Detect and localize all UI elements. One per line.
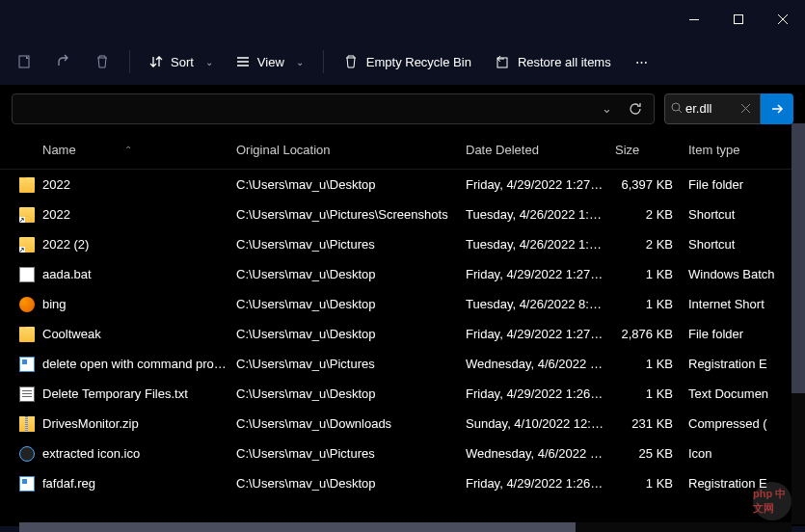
cell-name: aada.bat (19, 267, 236, 282)
share-icon (56, 54, 71, 69)
svg-rect-1 (735, 15, 743, 24)
cell-original: C:\Users\mav_u\Desktop (236, 327, 466, 341)
cell-date: Wednesday, 4/6/2022 4:19... (466, 357, 615, 371)
cell-type: Compressed ( (688, 416, 805, 431)
cell-size: 1 KB (615, 386, 688, 401)
scrollbar-thumb[interactable] (792, 123, 805, 393)
file-name: DrivesMonitor.zip (42, 416, 139, 431)
cell-size: 231 KB (615, 416, 688, 431)
delete-button[interactable] (85, 44, 120, 79)
table-row[interactable]: extracted icon.icoC:\Users\mav_u\Picture… (0, 439, 805, 468)
clear-search-button[interactable] (738, 101, 754, 116)
cell-name: 2022 (2) (19, 237, 236, 253)
search-icon (671, 102, 682, 115)
file-name: 2022 (42, 177, 70, 192)
cell-name: Cooltweak (19, 327, 236, 342)
column-header-type[interactable]: Item type (688, 143, 805, 157)
file-list[interactable]: 2022C:\Users\mav_u\DesktopFriday, 4/29/2… (0, 170, 805, 526)
cell-original: C:\Users\mav_u\Pictures (236, 446, 466, 461)
new-icon (17, 54, 33, 69)
column-header-deleted[interactable]: Date Deleted (466, 143, 615, 157)
close-button[interactable] (761, 0, 805, 39)
cell-date: Tuesday, 4/26/2022 1:29 PM (466, 237, 615, 252)
window-titlebar (0, 0, 805, 39)
cell-type: File folder (688, 177, 805, 192)
cell-original: C:\Users\mav_u\Desktop (236, 297, 466, 311)
table-row[interactable]: DrivesMonitor.zipC:\Users\mav_u\Download… (0, 409, 805, 439)
cell-name: DrivesMonitor.zip (19, 416, 236, 432)
cell-original: C:\Users\mav_u\Downloads (236, 416, 466, 431)
horizontal-scrollbar[interactable] (19, 522, 792, 532)
view-icon (236, 55, 250, 68)
file-icon (19, 267, 35, 282)
cell-original: C:\Users\mav_u\Desktop (236, 386, 466, 401)
cell-name: delete open with command promp... (19, 357, 236, 372)
minimize-button[interactable] (672, 0, 716, 39)
share-button[interactable] (46, 44, 81, 79)
sort-icon (149, 55, 163, 68)
cell-date: Wednesday, 4/6/2022 3:58... (466, 446, 615, 461)
toolbar-divider (129, 50, 130, 73)
search-submit-button[interactable] (761, 93, 793, 124)
table-row[interactable]: fafdaf.regC:\Users\mav_u\DesktopFriday, … (0, 468, 805, 498)
cell-size: 1 KB (615, 357, 688, 371)
file-icon (19, 237, 35, 253)
file-name: extracted icon.ico (42, 446, 140, 461)
table-row[interactable]: Delete Temporary Files.txtC:\Users\mav_u… (0, 379, 805, 409)
file-icon (19, 416, 35, 432)
more-button[interactable]: ⋯ (625, 44, 659, 79)
table-row[interactable]: 2022C:\Users\mav_u\DesktopFriday, 4/29/2… (0, 170, 805, 200)
table-row[interactable]: delete open with command promp...C:\User… (0, 349, 805, 379)
cell-type: Registration E (688, 357, 805, 371)
ellipsis-icon: ⋯ (635, 55, 648, 69)
view-button[interactable]: View ⌄ (227, 44, 313, 79)
file-icon (19, 177, 35, 193)
trash-icon (343, 54, 359, 69)
maximize-icon (734, 14, 743, 24)
vertical-scrollbar[interactable] (792, 123, 805, 524)
refresh-button[interactable] (621, 102, 650, 116)
sort-label: Sort (171, 55, 194, 69)
file-name: delete open with command promp... (42, 357, 236, 371)
chevron-down-icon: ⌄ (602, 101, 612, 116)
restore-all-button[interactable]: Restore all items (485, 44, 621, 79)
restore-label: Restore all items (518, 55, 611, 69)
file-name: 2022 (42, 207, 70, 222)
file-name: bing (42, 297, 67, 311)
search-container (664, 93, 793, 124)
file-icon (19, 207, 35, 223)
restore-icon (495, 54, 510, 69)
new-item-button[interactable] (8, 44, 42, 79)
history-dropdown[interactable]: ⌄ (592, 101, 621, 116)
scrollbar-thumb[interactable] (19, 522, 576, 532)
table-row[interactable]: 2022C:\Users\mav_u\Pictures\ScreenshotsT… (0, 200, 805, 229)
sort-button[interactable]: Sort ⌄ (140, 44, 223, 79)
file-icon (19, 357, 35, 372)
cell-size: 6,397 KB (615, 177, 688, 192)
column-header-name[interactable]: Name ⌃ (19, 143, 236, 157)
cell-type: Registration E (688, 476, 805, 491)
cell-original: C:\Users\mav_u\Pictures (236, 237, 466, 252)
cell-size: 1 KB (615, 297, 688, 311)
file-icon (19, 386, 35, 402)
refresh-icon (629, 102, 642, 116)
table-row[interactable]: CooltweakC:\Users\mav_u\DesktopFriday, 4… (0, 319, 805, 349)
arrow-right-icon (770, 102, 784, 116)
cell-date: Friday, 4/29/2022 1:27 PM (466, 327, 615, 341)
empty-recyclebin-button[interactable]: Empty Recycle Bin (334, 44, 481, 79)
trash-icon (94, 54, 110, 69)
column-header-original[interactable]: Original Location (236, 143, 466, 157)
search-input[interactable] (685, 101, 734, 116)
table-row[interactable]: aada.batC:\Users\mav_u\DesktopFriday, 4/… (0, 259, 805, 289)
file-name: Delete Temporary Files.txt (42, 386, 188, 401)
search-box[interactable] (664, 93, 761, 124)
close-icon (741, 104, 750, 113)
address-bar[interactable]: ⌄ (12, 93, 655, 124)
column-header-size[interactable]: Size (615, 143, 688, 157)
cell-name: bing (19, 297, 236, 312)
maximize-button[interactable] (716, 0, 761, 39)
cell-name: 2022 (19, 207, 236, 223)
cell-name: Delete Temporary Files.txt (19, 386, 236, 402)
table-row[interactable]: 2022 (2)C:\Users\mav_u\PicturesTuesday, … (0, 229, 805, 259)
table-row[interactable]: bingC:\Users\mav_u\DesktopTuesday, 4/26/… (0, 289, 805, 319)
